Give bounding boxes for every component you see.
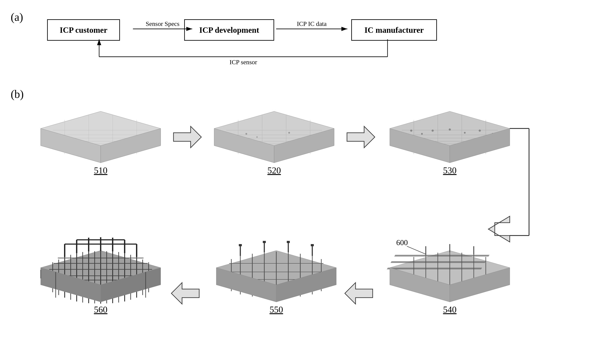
chip-560: 560 [41, 237, 161, 315]
svg-point-59 [449, 129, 451, 131]
svg-text:550: 550 [270, 305, 283, 315]
box-ic-manufacturer: IC manufacturer [351, 19, 437, 41]
svg-marker-69 [488, 216, 510, 242]
section-a: (a) ICP customer ICP development IC manu… [9, 9, 587, 77]
svg-text:510: 510 [94, 166, 108, 175]
svg-marker-45 [347, 126, 375, 148]
svg-point-38 [246, 133, 247, 135]
section-b-svg: 510 520 [9, 86, 587, 360]
arrow-540-550 [345, 283, 373, 304]
box-icp-customer: ICP customer [47, 19, 120, 41]
svg-point-58 [432, 130, 434, 132]
chip-540: 600 540 [387, 238, 510, 315]
svg-line-86 [407, 246, 426, 254]
section-a-label: (a) [11, 11, 23, 23]
chip-520: 520 [214, 111, 334, 175]
svg-rect-101 [239, 244, 242, 246]
svg-rect-72 [390, 261, 486, 263]
chip-530: 530 [390, 111, 510, 175]
svg-point-39 [256, 136, 258, 138]
chip-550: 550 [216, 241, 336, 315]
box-icp-development: ICP development [184, 19, 274, 41]
svg-point-61 [479, 130, 481, 132]
arrow-520-530 [347, 126, 375, 148]
svg-rect-71 [394, 255, 490, 257]
svg-rect-103 [263, 241, 266, 243]
svg-point-56 [410, 130, 412, 132]
svg-point-57 [421, 133, 423, 135]
svg-text:Sensor Specs: Sensor Specs [146, 20, 180, 27]
svg-text:520: 520 [267, 166, 281, 175]
svg-rect-105 [287, 241, 290, 243]
svg-point-40 [288, 132, 290, 134]
svg-text:560: 560 [94, 305, 108, 315]
svg-point-60 [464, 132, 466, 134]
svg-text:600: 600 [396, 238, 408, 247]
section-b: (b) [9, 86, 587, 360]
arrow-510-520 [174, 126, 201, 148]
svg-marker-89 [345, 283, 373, 304]
flow-diagram: ICP customer ICP development IC manufact… [34, 15, 570, 71]
svg-text:ICP IC data: ICP IC data [297, 20, 327, 27]
svg-text:ICP sensor: ICP sensor [230, 59, 257, 65]
svg-text:540: 540 [443, 305, 457, 315]
chip-510: 510 [41, 111, 161, 175]
svg-rect-73 [387, 268, 482, 269]
svg-marker-27 [174, 126, 201, 148]
svg-marker-114 [171, 283, 199, 304]
arrow-550-560 [171, 283, 199, 304]
svg-rect-107 [311, 244, 314, 246]
svg-text:530: 530 [443, 166, 457, 175]
